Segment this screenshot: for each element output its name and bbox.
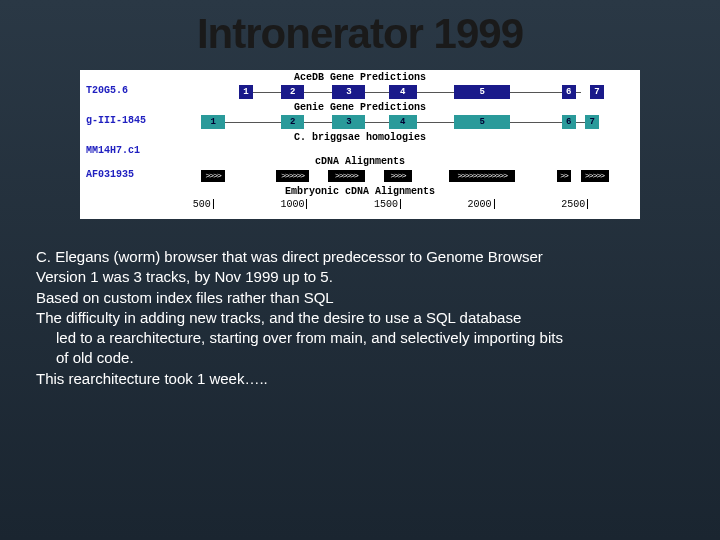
track-row-genie: g-III-1845 1 2 3 4 5 6 7	[84, 113, 636, 131]
exon: 7	[590, 85, 604, 99]
track-row-cdna: AF031935 >>>> >>>>>> >>>>>> >>>> >>>>>>>…	[84, 167, 636, 185]
body-copy: C. Elegans (worm) browser that was direc…	[30, 247, 690, 389]
body-line: C. Elegans (worm) browser that was direc…	[36, 247, 684, 267]
exon: 5	[454, 85, 510, 99]
cdna-segment: >>>>	[201, 170, 224, 182]
cdna-segment: >>>>>>>>>>>>>	[449, 170, 515, 182]
exon: 2	[281, 85, 304, 99]
cdna-segment: >>>>	[384, 170, 412, 182]
body-line: The difficulty in adding new tracks, and…	[36, 308, 684, 328]
track-label: T20G5.6	[86, 85, 128, 96]
cdna-segment: >>>>>>	[328, 170, 365, 182]
exon: 4	[389, 85, 417, 99]
page-title: Intronerator 1999	[30, 10, 690, 58]
track-label: g-III-1845	[86, 115, 146, 126]
exon: 6	[562, 115, 576, 129]
body-line: This rearchitecture took 1 week…..	[36, 369, 684, 389]
ruler-tick: 500	[193, 199, 211, 210]
track-row-briggsae: MM14H7.c1	[84, 143, 636, 155]
cdna-segment: >>>>>>	[276, 170, 309, 182]
ruler-tick: 2000	[468, 199, 492, 210]
ruler-tick: 1500	[374, 199, 398, 210]
track-label: MM14H7.c1	[86, 145, 140, 156]
track-title-acedb: AceDB Gene Predictions	[84, 72, 636, 83]
body-line: Version 1 was 3 tracks, by Nov 1999 up t…	[36, 267, 684, 287]
exon: 3	[332, 115, 365, 129]
exon: 2	[281, 115, 304, 129]
ruler-tick: 1000	[280, 199, 304, 210]
exon: 7	[585, 115, 599, 129]
exon: 5	[454, 115, 510, 129]
exon: 4	[389, 115, 417, 129]
track-title-embryonic: Embryonic cDNA Alignments	[84, 186, 636, 197]
genome-browser-panel: AceDB Gene Predictions T20G5.6 1 2 3 4 5…	[80, 70, 640, 219]
exon: 6	[562, 85, 576, 99]
track-row-acedb: T20G5.6 1 2 3 4 5 6 7	[84, 83, 636, 101]
track-label: AF031935	[86, 169, 134, 180]
track-title-briggsae: C. briggsae homologies	[84, 132, 636, 143]
body-line: led to a rearchitecture, starting over f…	[36, 328, 684, 348]
track-title-genie: Genie Gene Predictions	[84, 102, 636, 113]
body-line: of old code.	[36, 348, 684, 368]
exon: 3	[332, 85, 365, 99]
position-ruler: 500 1000 1500 2000 2500	[84, 199, 636, 215]
body-line: Based on custom index files rather than …	[36, 288, 684, 308]
exon: 1	[201, 115, 224, 129]
cdna-segment: >>>>>	[581, 170, 609, 182]
ruler-tick: 2500	[561, 199, 585, 210]
exon: 1	[239, 85, 253, 99]
track-title-cdna: cDNA Alignments	[84, 156, 636, 167]
cdna-segment: >>	[557, 170, 571, 182]
